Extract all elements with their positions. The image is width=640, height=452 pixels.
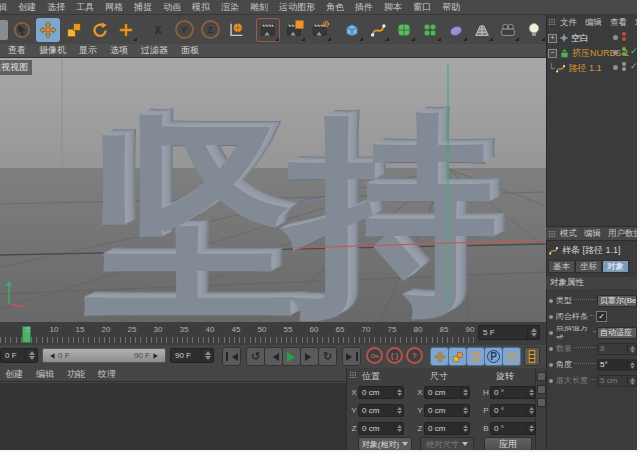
spinner-arrows-icon[interactable]	[527, 326, 537, 339]
viewport-canvas[interactable]: 坚持 透视视图	[0, 58, 546, 322]
position-y-input[interactable]: 0 cm	[358, 404, 404, 417]
coordinate-system-button[interactable]	[224, 18, 248, 42]
material-list-area[interactable]	[0, 383, 346, 450]
menu-item-window[interactable]: 窗口	[413, 1, 431, 14]
menu-item-sculpt[interactable]: 雕刻	[250, 1, 268, 14]
prev-frame-button[interactable]	[264, 347, 283, 366]
add-spline-button[interactable]	[366, 18, 390, 42]
spinner-arrows-icon[interactable]	[201, 349, 211, 362]
om-menu-edit[interactable]: 编辑	[585, 17, 602, 29]
menu-item-mograph[interactable]: 运动图形	[279, 1, 315, 14]
key-position-button[interactable]	[430, 347, 449, 366]
layer-dot-icon[interactable]	[613, 35, 618, 40]
end-frame-spinner[interactable]: 90 F	[170, 348, 214, 363]
viewport-menu-view[interactable]: 查看	[8, 44, 26, 57]
add-light-button[interactable]	[522, 18, 546, 42]
viewport-menu-options[interactable]: 选项	[110, 44, 128, 57]
layer-dot-icon[interactable]	[613, 65, 618, 70]
range-left-arrow-icon[interactable]	[48, 353, 55, 359]
x-axis-lock-button[interactable]: X	[146, 18, 170, 42]
goto-start-button[interactable]	[222, 347, 241, 366]
menu-item-animate[interactable]: 动画	[163, 1, 181, 14]
render-picture-viewer-button[interactable]	[282, 18, 306, 42]
rotate-tool-button[interactable]	[88, 18, 112, 42]
position-x-input[interactable]: 0 cm	[358, 386, 404, 399]
tab-coordinates[interactable]: 坐标	[575, 260, 602, 273]
expand-icon[interactable]: +	[548, 34, 557, 43]
timeline-film-button[interactable]	[524, 347, 540, 366]
maxlength-input[interactable]: 5 cm	[597, 375, 637, 387]
coords-mode-dropdown[interactable]: 对象(相对)	[358, 437, 412, 451]
z-axis-lock-button[interactable]: Z	[198, 18, 222, 42]
add-cloner-button[interactable]	[418, 18, 442, 42]
material-menu-create[interactable]: 创建	[5, 368, 23, 381]
menu-item-snap[interactable]: 捕捉	[134, 1, 152, 14]
render-view-button[interactable]	[256, 18, 280, 42]
rotation-b-input[interactable]: 0 °	[490, 422, 536, 435]
interpolation-dropdown[interactable]: 自动适应	[597, 327, 637, 339]
render-settings-button[interactable]	[308, 18, 332, 42]
range-right-arrow-icon[interactable]	[154, 353, 161, 359]
collapse-icon[interactable]: −	[548, 49, 557, 58]
size-z-input[interactable]: 0 cm	[424, 422, 470, 435]
object-row-spline[interactable]: └ 路径 1.1	[548, 61, 601, 75]
material-menu-edit[interactable]: 编辑	[36, 368, 54, 381]
record-keyframe-button[interactable]	[366, 347, 383, 364]
add-environment-button[interactable]	[470, 18, 494, 42]
prev-key-button[interactable]: ↺	[246, 347, 265, 366]
mini-icon[interactable]	[537, 385, 546, 394]
apply-button[interactable]: 应用	[484, 437, 532, 451]
play-button[interactable]	[282, 347, 301, 366]
move-tool-button[interactable]	[36, 18, 60, 42]
add-subdivision-surface-button[interactable]	[392, 18, 416, 42]
key-scale-button[interactable]	[448, 347, 467, 366]
menu-item-character[interactable]: 角色	[326, 1, 344, 14]
am-menu-mode[interactable]: 模式	[560, 228, 577, 240]
rotation-h-input[interactable]: 0 °	[490, 386, 536, 399]
menu-item-tools[interactable]: 工具	[76, 1, 94, 14]
timeline-ruler[interactable]: 5 10 15 20 25 30 35 40 45 50 55 60 65 70…	[0, 322, 546, 346]
y-axis-lock-button[interactable]: Y	[172, 18, 196, 42]
key-pla-button[interactable]	[502, 347, 521, 366]
goto-end-button[interactable]	[342, 347, 361, 366]
viewport-menu-filter[interactable]: 过滤器	[141, 44, 168, 57]
mini-icon[interactable]	[537, 398, 546, 407]
tab-object[interactable]: 对象	[602, 260, 629, 273]
material-menu-function[interactable]: 功能	[67, 368, 85, 381]
angle-input[interactable]: 5°	[597, 359, 637, 371]
viewport-menu-display[interactable]: 显示	[79, 44, 97, 57]
number-input[interactable]: 8	[597, 343, 637, 355]
add-cube-button[interactable]	[340, 18, 364, 42]
visibility-dots-icon[interactable]	[622, 32, 626, 41]
keyframe-help-button[interactable]: ?	[406, 347, 423, 364]
object-row-null[interactable]: + 空白	[548, 31, 589, 45]
live-selection-button[interactable]	[10, 18, 34, 42]
menu-item-select[interactable]: 选择	[47, 1, 65, 14]
tab-basic[interactable]: 基本	[548, 260, 575, 273]
viewport-label[interactable]: 透视视图	[0, 60, 32, 75]
clipped-tool-button[interactable]	[0, 20, 8, 40]
close-spline-checkbox[interactable]: ✓	[596, 311, 607, 322]
menu-item-plugins[interactable]: 插件	[355, 1, 373, 14]
viewport-menu-panel[interactable]: 面板	[181, 44, 199, 57]
text-3d-object[interactable]: 坚持	[84, 94, 546, 322]
add-camera-button[interactable]	[496, 18, 520, 42]
layer-dot-icon[interactable]	[613, 50, 618, 55]
menu-item-script[interactable]: 脚本	[384, 1, 402, 14]
menu-item-help[interactable]: 帮助	[442, 1, 460, 14]
current-frame-spinner[interactable]: 5 F	[478, 325, 540, 340]
size-mode-dropdown[interactable]: 绝对尺寸	[420, 437, 474, 451]
menu-item-simulate[interactable]: 模拟	[192, 1, 210, 14]
key-parameter-button[interactable]: P	[484, 347, 503, 366]
visibility-dots-icon[interactable]	[622, 62, 626, 71]
size-y-input[interactable]: 0 cm	[424, 404, 470, 417]
start-frame-spinner[interactable]: 0 F	[0, 348, 38, 363]
menu-item-create[interactable]: 创建	[18, 1, 36, 14]
am-menu-userdata[interactable]: 用户数据	[608, 228, 640, 240]
material-menu-texture[interactable]: 纹理	[98, 368, 116, 381]
add-deformer-button[interactable]	[444, 18, 468, 42]
visibility-dots-icon[interactable]	[622, 47, 626, 56]
om-menu-view[interactable]: 查看	[610, 17, 627, 29]
mini-icon[interactable]	[537, 372, 546, 381]
menu-item-mesh[interactable]: 网格	[105, 1, 123, 14]
